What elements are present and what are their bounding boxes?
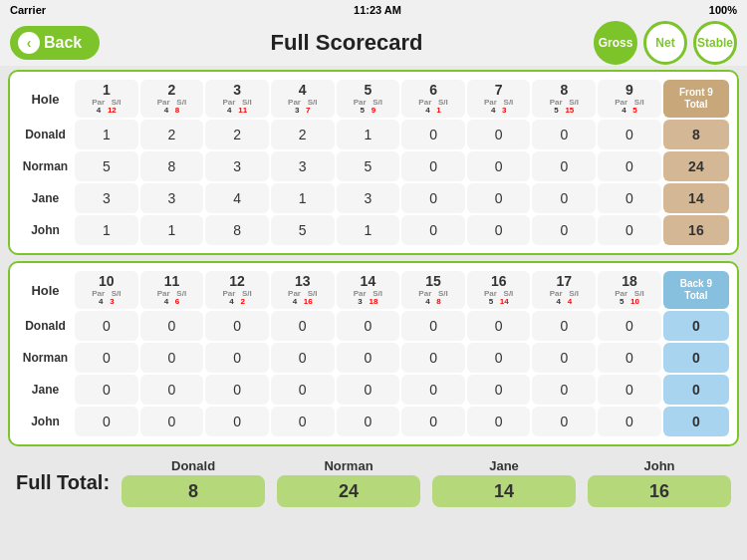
stable-button[interactable]: Stable bbox=[693, 21, 737, 65]
jane-total-group: Jane 14 bbox=[432, 458, 576, 507]
front-score-norman-hole-9[interactable]: 0 bbox=[598, 151, 661, 181]
back-score-donald-hole-15[interactable]: 0 bbox=[401, 311, 465, 341]
back-score-donald-hole-13[interactable]: 0 bbox=[271, 311, 335, 341]
front-score-donald-hole-7[interactable]: 0 bbox=[467, 120, 531, 149]
front-score-jane-hole-3[interactable]: 4 bbox=[205, 183, 269, 213]
back-score-john-hole-14[interactable]: 0 bbox=[337, 407, 400, 436]
front-score-norman-hole-1[interactable]: 5 bbox=[75, 151, 138, 181]
back-score-john-hole-12[interactable]: 0 bbox=[205, 407, 269, 436]
player-name-back-john: John bbox=[18, 407, 73, 436]
norman-total-value: 24 bbox=[277, 475, 420, 507]
front-score-john-hole-8[interactable]: 0 bbox=[532, 215, 596, 245]
back-score-donald-hole-11[interactable]: 0 bbox=[140, 311, 204, 341]
front-score-norman-hole-2[interactable]: 8 bbox=[140, 151, 204, 181]
back-score-norman-hole-16[interactable]: 0 bbox=[467, 343, 531, 373]
page-title: Full Scorecard bbox=[100, 30, 594, 56]
front-nine-row-john: John11851000016 bbox=[18, 215, 729, 245]
hole-column-header-back: Hole bbox=[18, 271, 73, 309]
back-score-norman-hole-14[interactable]: 0 bbox=[337, 343, 400, 373]
front-score-donald-hole-1[interactable]: 1 bbox=[75, 120, 138, 149]
back-score-norman-hole-15[interactable]: 0 bbox=[401, 343, 465, 373]
back-score-john-hole-15[interactable]: 0 bbox=[401, 407, 465, 436]
front-score-john-hole-5[interactable]: 1 bbox=[337, 215, 400, 245]
back-score-john-hole-16[interactable]: 0 bbox=[467, 407, 531, 436]
front-score-jane-hole-7[interactable]: 0 bbox=[467, 183, 531, 213]
back-score-john-hole-11[interactable]: 0 bbox=[140, 407, 204, 436]
back-score-norman-hole-17[interactable]: 0 bbox=[532, 343, 596, 373]
front-score-john-hole-1[interactable]: 1 bbox=[75, 215, 138, 245]
back-score-donald-hole-12[interactable]: 0 bbox=[205, 311, 269, 341]
front-score-donald-hole-8[interactable]: 0 bbox=[532, 120, 596, 149]
score-type-buttons: Gross Net Stable bbox=[594, 21, 737, 65]
back-score-norman-hole-13[interactable]: 0 bbox=[271, 343, 335, 373]
front-score-donald-hole-2[interactable]: 2 bbox=[140, 120, 204, 149]
hole-17-header: 17 Par S/I4 4 bbox=[532, 271, 596, 309]
front-score-donald-hole-6[interactable]: 0 bbox=[401, 120, 465, 149]
carrier-label: Carrier bbox=[10, 4, 46, 16]
net-button[interactable]: Net bbox=[643, 21, 687, 65]
jane-total-name: Jane bbox=[489, 458, 519, 473]
back-score-john-hole-10[interactable]: 0 bbox=[75, 407, 138, 436]
front-score-john-hole-7[interactable]: 0 bbox=[467, 215, 531, 245]
front-score-jane-hole-1[interactable]: 3 bbox=[75, 183, 138, 213]
front-score-jane-hole-2[interactable]: 3 bbox=[140, 183, 204, 213]
player-name-back-norman: Norman bbox=[18, 343, 73, 373]
front-score-john-hole-9[interactable]: 0 bbox=[598, 215, 661, 245]
back-score-donald-hole-17[interactable]: 0 bbox=[532, 311, 596, 341]
back-score-jane-hole-13[interactable]: 0 bbox=[271, 375, 335, 405]
donald-total-group: Donald 8 bbox=[122, 458, 265, 507]
hole-10-header: 10 Par S/I4 3 bbox=[75, 271, 138, 309]
back-score-jane-hole-10[interactable]: 0 bbox=[75, 375, 138, 405]
back-score-jane-hole-15[interactable]: 0 bbox=[401, 375, 465, 405]
front-score-norman-hole-6[interactable]: 0 bbox=[401, 151, 465, 181]
front-score-jane-hole-8[interactable]: 0 bbox=[532, 183, 596, 213]
front-score-jane-hole-5[interactable]: 3 bbox=[337, 183, 400, 213]
back-score-jane-hole-17[interactable]: 0 bbox=[532, 375, 596, 405]
front-score-norman-hole-8[interactable]: 0 bbox=[532, 151, 596, 181]
back-score-norman-hole-10[interactable]: 0 bbox=[75, 343, 138, 373]
front-score-norman-hole-5[interactable]: 5 bbox=[337, 151, 400, 181]
front-score-donald-hole-3[interactable]: 2 bbox=[205, 120, 269, 149]
player-name-front-donald: Donald bbox=[18, 120, 73, 149]
back-score-norman-hole-12[interactable]: 0 bbox=[205, 343, 269, 373]
front-score-john-hole-3[interactable]: 8 bbox=[205, 215, 269, 245]
back-score-jane-hole-11[interactable]: 0 bbox=[140, 375, 204, 405]
norman-total-group: Norman 24 bbox=[277, 458, 420, 507]
front-score-donald-hole-5[interactable]: 1 bbox=[337, 120, 400, 149]
front-score-norman-hole-3[interactable]: 3 bbox=[205, 151, 269, 181]
full-total-section: Full Total: Donald 8 Norman 24 Jane 14 J… bbox=[8, 452, 739, 513]
gross-button[interactable]: Gross bbox=[594, 21, 637, 65]
back-score-norman-hole-18[interactable]: 0 bbox=[598, 343, 661, 373]
back-score-jane-hole-14[interactable]: 0 bbox=[337, 375, 400, 405]
back-score-jane-hole-12[interactable]: 0 bbox=[205, 375, 269, 405]
back-score-john-hole-17[interactable]: 0 bbox=[532, 407, 596, 436]
front-total-john: 16 bbox=[663, 215, 729, 245]
front-score-donald-hole-9[interactable]: 0 bbox=[598, 120, 661, 149]
back-score-john-hole-13[interactable]: 0 bbox=[271, 407, 335, 436]
back-score-donald-hole-10[interactable]: 0 bbox=[75, 311, 138, 341]
player-name-front-jane: Jane bbox=[18, 183, 73, 213]
player-name-back-jane: Jane bbox=[18, 375, 73, 405]
hole-9-header: 9 Par S/I4 5 bbox=[598, 80, 661, 118]
back-total-donald: 0 bbox=[663, 311, 729, 341]
norman-total-name: Norman bbox=[324, 458, 373, 473]
back-score-donald-hole-14[interactable]: 0 bbox=[337, 311, 400, 341]
back-score-jane-hole-18[interactable]: 0 bbox=[598, 375, 661, 405]
back-score-jane-hole-16[interactable]: 0 bbox=[467, 375, 531, 405]
status-bar: Carrier 11:23 AM 100% bbox=[0, 0, 747, 20]
front-score-jane-hole-9[interactable]: 0 bbox=[598, 183, 661, 213]
back-score-donald-hole-18[interactable]: 0 bbox=[598, 311, 661, 341]
front-score-norman-hole-7[interactable]: 0 bbox=[467, 151, 531, 181]
front-score-donald-hole-4[interactable]: 2 bbox=[271, 120, 335, 149]
back-score-donald-hole-16[interactable]: 0 bbox=[467, 311, 531, 341]
front-score-john-hole-4[interactable]: 5 bbox=[271, 215, 335, 245]
back-score-norman-hole-11[interactable]: 0 bbox=[140, 343, 204, 373]
back-score-john-hole-18[interactable]: 0 bbox=[598, 407, 661, 436]
front-score-jane-hole-4[interactable]: 1 bbox=[271, 183, 335, 213]
front-score-norman-hole-4[interactable]: 3 bbox=[271, 151, 335, 181]
front-score-john-hole-2[interactable]: 1 bbox=[140, 215, 204, 245]
front-score-john-hole-6[interactable]: 0 bbox=[401, 215, 465, 245]
front-score-jane-hole-6[interactable]: 0 bbox=[401, 183, 465, 213]
back-button[interactable]: ‹ Back bbox=[10, 26, 100, 60]
back-nine-section: Hole 10 Par S/I4 3 11 Par S/I4 6 12 Par … bbox=[8, 261, 739, 446]
